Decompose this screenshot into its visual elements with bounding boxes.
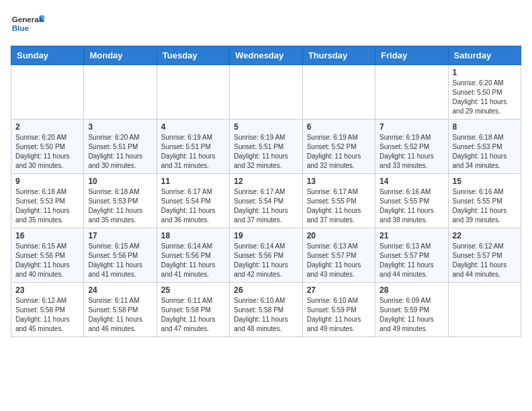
day-info: Sunrise: 6:14 AM Sunset: 5:56 PM Dayligh… — [234, 242, 298, 279]
day-number: 28 — [380, 285, 443, 295]
header-tuesday: Tuesday — [157, 46, 229, 65]
day-info: Sunrise: 6:12 AM Sunset: 5:57 PM Dayligh… — [453, 242, 517, 279]
calendar-cell: 20Sunrise: 6:13 AM Sunset: 5:57 PM Dayli… — [302, 228, 375, 283]
calendar-cell: 22Sunrise: 6:12 AM Sunset: 5:57 PM Dayli… — [448, 228, 521, 283]
page-header: General Blue — [11, 11, 521, 38]
day-number: 23 — [15, 285, 79, 295]
calendar-cell — [230, 65, 302, 120]
day-info: Sunrise: 6:10 AM Sunset: 5:58 PM Dayligh… — [234, 296, 298, 334]
day-number: 12 — [234, 177, 298, 186]
calendar-cell: 6Sunrise: 6:19 AM Sunset: 5:52 PM Daylig… — [302, 120, 375, 174]
calendar-cell: 12Sunrise: 6:17 AM Sunset: 5:54 PM Dayli… — [230, 174, 302, 228]
day-info: Sunrise: 6:10 AM Sunset: 5:59 PM Dayligh… — [307, 296, 371, 334]
day-number: 16 — [15, 231, 79, 240]
day-info: Sunrise: 6:14 AM Sunset: 5:56 PM Dayligh… — [161, 242, 225, 279]
day-number: 1 — [453, 68, 517, 77]
day-info: Sunrise: 6:19 AM Sunset: 5:52 PM Dayligh… — [380, 133, 443, 171]
day-info: Sunrise: 6:20 AM Sunset: 5:50 PM Dayligh… — [15, 133, 79, 171]
svg-text:Blue: Blue — [12, 24, 30, 32]
header-monday: Monday — [84, 46, 157, 65]
calendar-cell: 2Sunrise: 6:20 AM Sunset: 5:50 PM Daylig… — [11, 120, 84, 174]
header-wednesday: Wednesday — [230, 46, 302, 65]
day-number: 19 — [234, 231, 298, 240]
calendar-cell — [157, 65, 229, 120]
calendar-cell: 15Sunrise: 6:16 AM Sunset: 5:55 PM Dayli… — [448, 174, 521, 228]
calendar-cell: 13Sunrise: 6:17 AM Sunset: 5:55 PM Dayli… — [302, 174, 375, 228]
calendar-cell: 27Sunrise: 6:10 AM Sunset: 5:59 PM Dayli… — [302, 283, 375, 337]
calendar-cell — [448, 283, 521, 337]
day-info: Sunrise: 6:19 AM Sunset: 5:52 PM Dayligh… — [307, 133, 371, 171]
day-number: 10 — [88, 177, 152, 186]
day-number: 24 — [88, 285, 152, 295]
calendar-cell: 14Sunrise: 6:16 AM Sunset: 5:55 PM Dayli… — [375, 174, 448, 228]
day-info: Sunrise: 6:16 AM Sunset: 5:55 PM Dayligh… — [453, 187, 517, 225]
day-number: 18 — [161, 231, 225, 240]
calendar-cell — [302, 65, 375, 120]
calendar-cell — [11, 65, 84, 120]
day-number: 25 — [161, 285, 225, 295]
calendar-week-3: 9Sunrise: 6:18 AM Sunset: 5:53 PM Daylig… — [11, 174, 521, 228]
calendar-cell: 1Sunrise: 6:20 AM Sunset: 5:50 PM Daylig… — [448, 65, 521, 120]
calendar-cell: 21Sunrise: 6:13 AM Sunset: 5:57 PM Dayli… — [375, 228, 448, 283]
day-info: Sunrise: 6:20 AM Sunset: 5:50 PM Dayligh… — [453, 79, 517, 116]
day-number: 15 — [453, 177, 517, 186]
calendar-header-row: SundayMondayTuesdayWednesdayThursdayFrid… — [11, 46, 521, 65]
calendar-cell: 7Sunrise: 6:19 AM Sunset: 5:52 PM Daylig… — [375, 120, 448, 174]
calendar-cell: 28Sunrise: 6:09 AM Sunset: 5:59 PM Dayli… — [375, 283, 448, 337]
day-number: 6 — [307, 122, 371, 132]
day-info: Sunrise: 6:16 AM Sunset: 5:55 PM Dayligh… — [380, 187, 443, 225]
calendar-cell: 5Sunrise: 6:19 AM Sunset: 5:51 PM Daylig… — [230, 120, 302, 174]
calendar-cell: 19Sunrise: 6:14 AM Sunset: 5:56 PM Dayli… — [230, 228, 302, 283]
calendar-week-2: 2Sunrise: 6:20 AM Sunset: 5:50 PM Daylig… — [11, 120, 521, 174]
logo: General Blue — [11, 11, 44, 38]
calendar-week-4: 16Sunrise: 6:15 AM Sunset: 5:56 PM Dayli… — [11, 228, 521, 283]
day-info: Sunrise: 6:19 AM Sunset: 5:51 PM Dayligh… — [161, 133, 225, 171]
day-info: Sunrise: 6:13 AM Sunset: 5:57 PM Dayligh… — [307, 242, 371, 279]
day-info: Sunrise: 6:17 AM Sunset: 5:55 PM Dayligh… — [307, 187, 371, 225]
header-thursday: Thursday — [302, 46, 375, 65]
day-info: Sunrise: 6:18 AM Sunset: 5:53 PM Dayligh… — [88, 187, 152, 225]
day-number: 8 — [453, 122, 517, 132]
day-number: 26 — [234, 285, 298, 295]
logo-svg: General Blue — [11, 11, 44, 38]
day-info: Sunrise: 6:17 AM Sunset: 5:54 PM Dayligh… — [234, 187, 298, 225]
calendar-week-1: 1Sunrise: 6:20 AM Sunset: 5:50 PM Daylig… — [11, 65, 521, 120]
day-number: 9 — [15, 177, 79, 186]
header-sunday: Sunday — [11, 46, 84, 65]
day-info: Sunrise: 6:11 AM Sunset: 5:58 PM Dayligh… — [88, 296, 152, 334]
day-info: Sunrise: 6:09 AM Sunset: 5:59 PM Dayligh… — [380, 296, 443, 334]
calendar-cell: 25Sunrise: 6:11 AM Sunset: 5:58 PM Dayli… — [157, 283, 229, 337]
calendar-cell: 11Sunrise: 6:17 AM Sunset: 5:54 PM Dayli… — [157, 174, 229, 228]
day-number: 21 — [380, 231, 443, 240]
calendar-table: SundayMondayTuesdayWednesdayThursdayFrid… — [11, 46, 521, 337]
calendar-cell: 24Sunrise: 6:11 AM Sunset: 5:58 PM Dayli… — [84, 283, 157, 337]
day-number: 7 — [380, 122, 443, 132]
calendar-cell: 23Sunrise: 6:12 AM Sunset: 5:58 PM Dayli… — [11, 283, 84, 337]
day-number: 22 — [453, 231, 517, 240]
day-number: 3 — [88, 122, 152, 132]
day-info: Sunrise: 6:18 AM Sunset: 5:53 PM Dayligh… — [15, 187, 79, 225]
calendar-cell: 26Sunrise: 6:10 AM Sunset: 5:58 PM Dayli… — [230, 283, 302, 337]
calendar-cell: 17Sunrise: 6:15 AM Sunset: 5:56 PM Dayli… — [84, 228, 157, 283]
day-info: Sunrise: 6:20 AM Sunset: 5:51 PM Dayligh… — [88, 133, 152, 171]
day-number: 5 — [234, 122, 298, 132]
calendar-cell: 3Sunrise: 6:20 AM Sunset: 5:51 PM Daylig… — [84, 120, 157, 174]
day-info: Sunrise: 6:11 AM Sunset: 5:58 PM Dayligh… — [161, 296, 225, 334]
day-info: Sunrise: 6:13 AM Sunset: 5:57 PM Dayligh… — [380, 242, 443, 279]
calendar-cell — [375, 65, 448, 120]
day-number: 11 — [161, 177, 225, 186]
svg-text:General: General — [12, 15, 41, 24]
day-number: 13 — [307, 177, 371, 186]
header-saturday: Saturday — [448, 46, 521, 65]
day-number: 2 — [15, 122, 79, 132]
calendar-cell: 4Sunrise: 6:19 AM Sunset: 5:51 PM Daylig… — [157, 120, 229, 174]
calendar-week-5: 23Sunrise: 6:12 AM Sunset: 5:58 PM Dayli… — [11, 283, 521, 337]
day-info: Sunrise: 6:15 AM Sunset: 5:56 PM Dayligh… — [88, 242, 152, 279]
day-number: 20 — [307, 231, 371, 240]
day-info: Sunrise: 6:18 AM Sunset: 5:53 PM Dayligh… — [453, 133, 517, 171]
day-info: Sunrise: 6:17 AM Sunset: 5:54 PM Dayligh… — [161, 187, 225, 225]
calendar-cell: 10Sunrise: 6:18 AM Sunset: 5:53 PM Dayli… — [84, 174, 157, 228]
calendar-cell: 9Sunrise: 6:18 AM Sunset: 5:53 PM Daylig… — [11, 174, 84, 228]
day-info: Sunrise: 6:12 AM Sunset: 5:58 PM Dayligh… — [15, 296, 79, 334]
calendar-cell: 16Sunrise: 6:15 AM Sunset: 5:56 PM Dayli… — [11, 228, 84, 283]
